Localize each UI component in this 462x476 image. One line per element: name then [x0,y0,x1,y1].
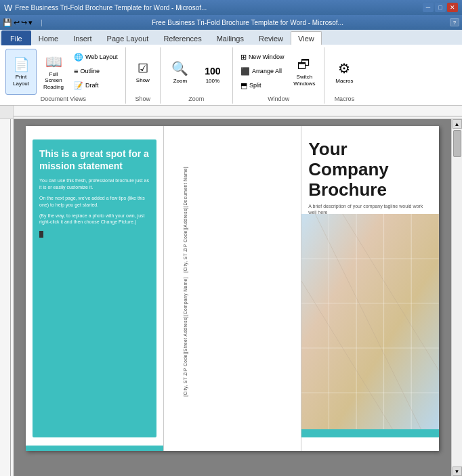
svg-rect-0 [14,106,462,118]
address-bottom-1: [Company Name] [183,277,188,316]
outline-label: Outline [80,68,100,74]
mission-body-3: (By the way, to replace a photo with you… [39,213,150,226]
new-window-icon: ⊞ [240,53,247,62]
ribbon-tabs: File Home Insert Page Layout References … [0,30,462,45]
full-screen-icon: 📖 [45,53,62,70]
mission-title: This is a great spot for a mission state… [39,148,150,172]
address-top-1: [Document Name] [183,167,188,207]
show-group-label: Show [126,95,160,102]
tab-review[interactable]: Review [251,31,291,45]
scroll-down-arrow[interactable]: ▼ [453,467,462,476]
web-layout-label: Web Layout [85,53,118,60]
scroll-up-arrow[interactable]: ▲ [453,119,462,129]
ribbon-group-window: ⊞ New Window ⬛ Arrange All ⬒ Split 🗗 Swi… [233,47,325,104]
svg-rect-3 [10,119,11,476]
ruler-area [0,106,462,119]
doc-area: This is a great spot for a mission state… [0,119,462,476]
title-text: W Free Business Tri-Fold Brochure Templa… [4,3,207,13]
restore-button[interactable]: □ [435,3,446,12]
address-bottom-2: [Street Address] [183,316,188,353]
address-bottom-3: [City, ST ZIP Code] [183,353,188,397]
vertical-scrollbar[interactable]: ▲ ▼ [451,119,462,476]
ribbon-group-zoom: 🔍 Zoom 100 100% Zoom [161,47,233,104]
split-icon: ⬒ [240,81,247,90]
ruler-corner [0,106,14,119]
draft-button[interactable]: 📝 Draft [70,79,121,92]
brochure-page: This is a great spot for a mission state… [26,126,439,451]
new-window-label: New Window [249,53,285,60]
ribbon-group-show: ☑ Show Show [126,47,161,104]
brochure-panel-left: This is a great spot for a mission state… [26,126,163,451]
qa-dropdown-btn[interactable]: ▾ [28,18,37,27]
tab-mailings[interactable]: Mailings [209,31,251,45]
redo-quick-btn[interactable]: ↪ [21,18,27,27]
svg-rect-1 [14,116,462,116]
window-controls: ─ □ ✕ [423,3,458,12]
full-screen-reading-button[interactable]: 📖 Full ScreenReading [38,49,69,95]
right-panel-teal-stripe [301,429,439,437]
mission-body-2: On the next page, we've added a few tips… [39,195,150,209]
doc-canvas: This is a great spot for a mission state… [14,119,451,476]
brochure-panel-right: YourCompanyBrochure A brief description … [301,126,439,451]
address-top-2: [Address] [183,207,188,229]
minimize-button[interactable]: ─ [423,3,434,12]
view-small-btns: 🌐 Web Layout ≡ Outline 📝 Draft [70,49,121,95]
undo-quick-btn[interactable]: ↩ [14,18,20,27]
tab-pagelayout[interactable]: Page Layout [100,31,156,45]
save-quick-btn[interactable]: 💾 [3,18,12,27]
cursor-indicator [39,231,43,238]
quick-access-toolbar: 💾 ↩ ↪ ▾ | Free Business Tri-Fold Brochur… [0,15,462,30]
outline-icon: ≡ [74,67,78,75]
web-layout-icon: 🌐 [74,53,83,62]
horizontal-ruler [14,106,462,118]
zoom-group-label: Zoom [161,95,232,102]
full-screen-label: Full ScreenReading [40,71,67,91]
outline-button[interactable]: ≡ Outline [70,64,121,78]
split-label: Split [249,82,261,89]
ribbon-group-document-views: 📄 PrintLayout 📖 Full ScreenReading 🌐 Web… [1,47,126,104]
switch-windows-label: SwitchWindows [293,74,315,87]
zoom-label: Zoom [173,78,187,84]
arrange-label: Arrange All [252,68,282,74]
zoom-button[interactable]: 🔍 Zoom [165,49,196,95]
zoom-icon: 🔍 [171,60,188,77]
tab-home[interactable]: Home [31,31,66,45]
close-button[interactable]: ✕ [447,3,458,12]
print-layout-button[interactable]: 📄 PrintLayout [5,49,37,95]
zoom-100-icon: 100 [205,66,220,77]
company-title-block: YourCompanyBrochure A brief description … [308,139,432,215]
draft-icon: 📝 [74,81,83,90]
arrange-icon: ⬛ [240,67,250,76]
print-layout-label: PrintLayout [13,74,29,87]
ribbon: 📄 PrintLayout 📖 Full ScreenReading 🌐 Web… [0,45,462,106]
address-top-3: [City, ST ZIP Code] [183,229,188,273]
web-layout-button[interactable]: 🌐 Web Layout [70,50,121,64]
new-window-button[interactable]: ⊞ New Window [237,50,288,64]
vertical-ruler [0,119,14,476]
title-bar-label: Free Business Tri-Fold Brochure Template… [47,19,448,26]
tab-references[interactable]: References [156,31,209,45]
doc-views-label: Document Views [1,95,125,102]
tab-file[interactable]: File [1,30,31,45]
macros-label: Macros [335,78,353,84]
arrange-all-button[interactable]: ⬛ Arrange All [237,64,288,78]
address-bottom-container: [Company Name] [Street Address] [City, S… [183,277,188,397]
address-top-container: [Document Name] [Address] [City, ST ZIP … [183,167,188,273]
tab-insert[interactable]: Insert [66,31,100,45]
draft-label: Draft [85,82,99,89]
zoom-100-button[interactable]: 100 100% [197,49,228,95]
split-button[interactable]: ⬒ Split [237,79,288,92]
zoom-100-label: 100% [206,78,219,84]
window-small-btns: ⊞ New Window ⬛ Arrange All ⬒ Split [237,49,288,95]
show-button[interactable]: ☑ Show [130,49,156,95]
svg-rect-2 [0,119,14,476]
switch-windows-button[interactable]: 🗗 SwitchWindows [289,49,320,95]
mission-body-1: You can use this fresh, professional bro… [39,177,150,191]
scroll-thumb-v[interactable] [453,130,461,157]
tab-view[interactable]: View [291,31,322,45]
window-group-label: Window [233,95,324,102]
switch-windows-icon: 🗗 [297,57,311,72]
macros-group-label: Macros [324,95,364,102]
macros-button[interactable]: ⚙ Macros [329,49,360,95]
help-button[interactable]: ? [450,18,459,26]
